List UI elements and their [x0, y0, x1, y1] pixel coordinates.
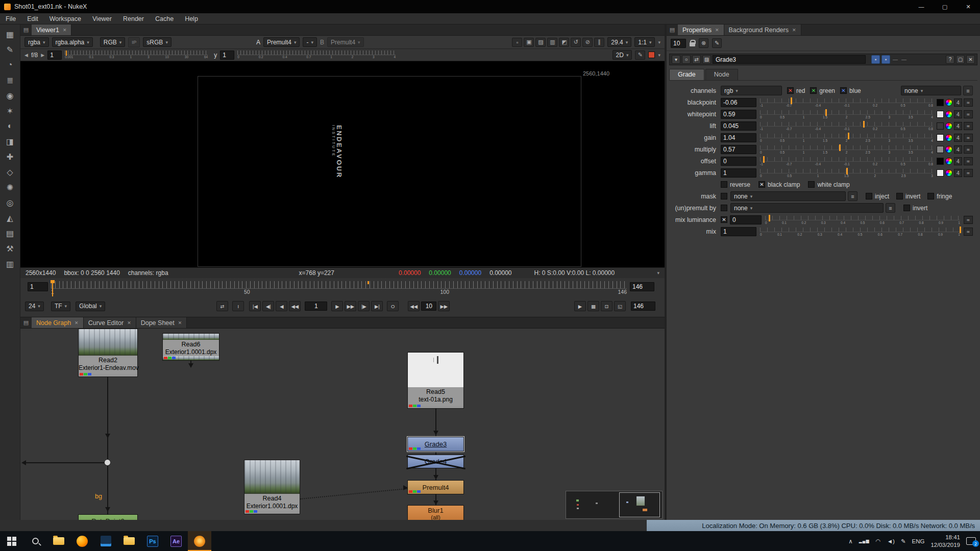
draw-tool-icon[interactable]: ✎ [2, 42, 19, 57]
goto-end-button[interactable]: ▶| [371, 301, 383, 311]
close-icon[interactable] [63, 28, 67, 33]
tray-chevron-icon[interactable]: ∧ [848, 538, 852, 545]
taskbar-clock[interactable]: 18:41 12/03/2019 [930, 534, 960, 548]
photoshop-button[interactable]: Ps [141, 531, 164, 551]
gamma-slider[interactable]: 00.20.40.71234 [237, 51, 396, 60]
color-wheel-icon[interactable] [945, 122, 952, 130]
mask-invert-checkbox[interactable] [896, 193, 903, 199]
blue-checkbox[interactable]: ✕ [840, 87, 847, 94]
black-clamp-checkbox[interactable]: ✕ [758, 181, 765, 188]
animation-curve-icon[interactable]: ≈ [964, 169, 973, 177]
folder-button[interactable] [117, 531, 141, 551]
layer-menu-icon[interactable]: ≡ [963, 86, 973, 95]
rewind-increment-button[interactable]: ◀◀ [408, 301, 420, 311]
slider-handle[interactable] [769, 215, 770, 221]
color-wheel-icon[interactable] [945, 134, 952, 141]
mask-channel-select[interactable]: none [730, 191, 846, 201]
toolsets-tool-icon[interactable]: ⚒ [2, 241, 19, 256]
lock-panels-icon[interactable] [690, 42, 695, 46]
layer-select[interactable]: rgba [24, 37, 49, 47]
chevron-down-icon[interactable]: ▾ [657, 270, 659, 276]
node-read6[interactable]: Read6 Exterior1.0001.dpx [162, 333, 219, 361]
gain-prev-icon[interactable]: ◀ [24, 53, 28, 58]
white-clamp-checkbox[interactable] [808, 181, 815, 188]
brush-icon[interactable]: ✎ [635, 51, 645, 60]
slider-handle[interactable] [763, 156, 765, 163]
close-icon[interactable] [792, 28, 796, 33]
frame-ruler[interactable]: 1 50 100 146 [51, 281, 627, 296]
tab-grade[interactable]: Grade [669, 69, 704, 80]
menu-viewer[interactable]: Viewer [87, 13, 117, 24]
split-values-button[interactable]: 4 [954, 134, 962, 142]
tab-properties[interactable]: Properties [678, 24, 724, 35]
mix-luminance-checkbox[interactable]: ✕ [721, 216, 727, 223]
pen-icon[interactable]: ✎ [901, 538, 906, 545]
play-backward-button[interactable]: ◀◀ [289, 301, 301, 311]
split-values-button[interactable]: 4 [954, 145, 962, 154]
revert-icon[interactable]: ▢ [956, 55, 965, 64]
mix-slider[interactable]: 00.10.20.30.40.50.60.70.80.91 [760, 226, 960, 237]
color-wheel-icon[interactable] [945, 99, 952, 106]
merge-tool-icon[interactable]: ◨ [2, 134, 19, 149]
animation-curve-icon[interactable]: ≈ [964, 216, 973, 224]
start-button[interactable] [0, 531, 23, 551]
display-channels-select[interactable]: RGB [100, 37, 126, 47]
wipe-icon[interactable]: ▨ [535, 38, 546, 47]
color-tool-icon[interactable]: ◉ [2, 88, 19, 103]
checker-icon[interactable]: ▥ [547, 38, 557, 47]
node-read5[interactable]: Read5 text-01a.png [407, 352, 464, 409]
set-out-button[interactable]: O [387, 301, 399, 311]
other-tool-icon[interactable]: ▥ [2, 256, 19, 271]
format-center-icon[interactable]: ▣ [524, 38, 534, 47]
edit-panels-icon[interactable]: ✎ [712, 38, 722, 48]
3d-tool-icon[interactable]: ◇ [2, 164, 19, 180]
after-effects-button[interactable]: Ae [164, 531, 188, 551]
animation-curve-icon[interactable]: ≈ [964, 110, 973, 118]
network-bars-icon[interactable]: ▂▄▆ [859, 539, 870, 543]
gain-slider-handle[interactable] [66, 51, 67, 56]
slider-handle[interactable] [848, 133, 849, 139]
offset-input[interactable] [721, 157, 756, 166]
gamma-input[interactable] [220, 51, 234, 60]
unpremult-enable-checkbox[interactable] [721, 205, 727, 211]
deep-tool-icon[interactable]: ◎ [2, 195, 19, 210]
playhead[interactable] [52, 280, 53, 296]
keyer-tool-icon[interactable]: ◐ [2, 118, 19, 134]
gamma-param-input[interactable] [721, 168, 756, 178]
tab-viewer1[interactable]: Viewer1 [32, 24, 71, 35]
gain-param-input[interactable] [721, 133, 756, 142]
menu-workspace[interactable]: Workspace [44, 13, 87, 24]
chevron-down-icon[interactable]: ▾ [658, 40, 660, 45]
lift-slider[interactable]: -1-0.7-0.4-0.10.20.50.8 [760, 120, 933, 131]
fit-range-button[interactable]: ◱ [614, 301, 626, 311]
prev-keyframe-button[interactable]: ◀| [262, 301, 274, 311]
help-icon[interactable]: ? [946, 55, 954, 64]
animation-curve-icon[interactable]: ≈ [964, 145, 973, 154]
gain-input[interactable] [47, 51, 62, 60]
zebra-icon[interactable]: ◩ [559, 38, 569, 47]
chevron-down-icon[interactable]: ▾ [658, 53, 660, 58]
nuke-taskbar-button[interactable] [188, 531, 211, 551]
action-center-icon[interactable]: 2 [966, 537, 976, 545]
node-blur1[interactable]: Blur1 (all) [407, 505, 464, 520]
color-wheel-icon[interactable] [945, 146, 952, 153]
set-in-button[interactable]: I [232, 301, 244, 311]
color-swatch[interactable] [937, 146, 944, 153]
node-color-icon[interactable]: ▨ [702, 55, 711, 64]
panel-menu-icon[interactable]: ▤ [20, 24, 32, 35]
alpha-layer-select[interactable]: rgba.alpha [52, 37, 93, 47]
blackpoint-slider[interactable]: -1-0.7-0.4-0.10.20.50.8 [760, 97, 933, 108]
range-start-input[interactable] [28, 282, 48, 291]
language-indicator[interactable]: ENG [912, 538, 925, 544]
pause-icon[interactable]: ∥ [594, 38, 604, 47]
unpremult-channel-select[interactable]: none [730, 203, 884, 213]
multiply-input[interactable] [721, 145, 756, 154]
gain-param-slider[interactable]: 00.511.522.533.54 [760, 132, 933, 143]
roi-icon[interactable]: ⊘ [582, 38, 593, 47]
step-back-button[interactable]: ◀ [276, 301, 287, 311]
animation-curve-icon[interactable]: ≈ [964, 134, 973, 142]
frame-increment-input[interactable] [421, 302, 436, 311]
range-end-input[interactable] [630, 282, 654, 291]
lock-range-button[interactable]: ⊡ [601, 301, 612, 311]
slider-handle[interactable] [791, 97, 792, 104]
